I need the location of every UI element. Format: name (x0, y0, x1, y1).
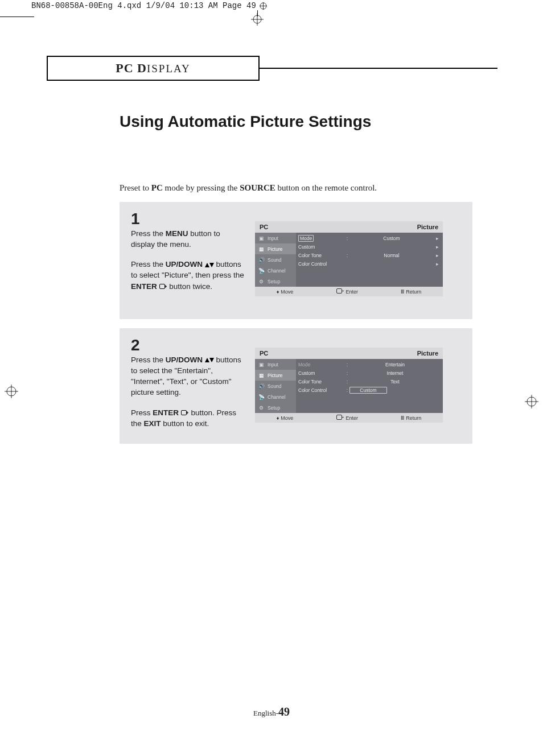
osd-row-label: Custom (298, 244, 345, 250)
return-icon: Ⅲ (401, 415, 404, 421)
sidebar-item-label: Channel (268, 268, 286, 274)
osd-menu-row: Color Tone:Normal▸ (298, 251, 441, 259)
updown-icon: ♦ (277, 289, 279, 295)
osd-sidebar-item: ▦Picture (255, 370, 296, 381)
osd-sidebar-item: 📡Channel (255, 265, 296, 276)
svg-rect-13 (336, 289, 342, 294)
osd-hint-enter: Enter (336, 288, 359, 295)
osd-row-separator: : (345, 387, 349, 393)
sidebar-item-label: Channel (268, 394, 286, 400)
osd-footer: ♦Move Enter ⅢReturn (255, 287, 443, 296)
right-arrow-icon: ▸ (434, 236, 441, 241)
osd-menu-row: Custom:Internet (298, 369, 441, 377)
osd-menu-row: Color Control:Custom (298, 386, 441, 394)
step-paragraph: Press the UP/DOWN buttons to select "Pic… (131, 259, 245, 291)
step-text-column: 2 Press the UP/DOWN buttons to select th… (131, 337, 245, 429)
section-caption-rule (260, 68, 497, 69)
sidebar-item-label: Sound (268, 383, 282, 389)
osd-row-label: Color Tone (298, 379, 345, 385)
sidebar-category-icon: ▦ (257, 372, 265, 378)
osd-sidebar: ▣Input▦Picture🔊Sound📡Channel⚙Setup (255, 359, 296, 413)
step-screenshot-column: PC Picture ▣Input▦Picture🔊Sound📡Channel⚙… (255, 211, 462, 296)
sidebar-item-label: Picture (268, 246, 282, 252)
osd-hint-move: ♦Move (277, 415, 294, 421)
osd-row-value: Text (349, 379, 441, 385)
osd-hint-return: ⅢReturn (401, 415, 421, 421)
step-number: 1 (131, 211, 245, 227)
osd-sidebar-item: 🔊Sound (255, 254, 296, 265)
page-number: English-49 (46, 705, 497, 718)
osd-titlebar: PC Picture (255, 348, 443, 359)
print-job-text: BN68-00858A-00Eng 4.qxd 1/9/04 10:13 AM … (31, 1, 256, 10)
sidebar-item-label: Setup (268, 405, 280, 411)
sidebar-category-icon: 📡 (257, 394, 265, 400)
osd-row-separator: : (345, 379, 349, 385)
step-block: 2 Press the UP/DOWN buttons to select th… (120, 328, 472, 444)
updown-icon: ♦ (277, 415, 279, 421)
registration-target-icon (251, 13, 264, 28)
sidebar-category-icon: ▣ (257, 361, 265, 367)
svg-rect-12 (159, 284, 164, 288)
osd-screenshot: PC Picture ▣Input▦Picture🔊Sound📡Channel⚙… (255, 348, 443, 423)
sidebar-item-label: Picture (268, 373, 282, 378)
osd-row-label: Mode (298, 235, 314, 242)
osd-sidebar-item: 📡Channel (255, 391, 296, 402)
sidebar-category-icon: ▦ (257, 246, 265, 252)
registration-target-icon (5, 385, 18, 398)
enter-icon (336, 288, 344, 295)
osd-row-label: Color Control (298, 261, 345, 267)
step-text-column: 1 Press the MENU button to display the m… (131, 211, 245, 296)
osd-hint-return: ⅢReturn (401, 288, 421, 295)
osd-row-label: Color Control (298, 387, 345, 393)
osd-sidebar-item: ⚙Setup (255, 276, 296, 287)
osd-body: ▣Input▦Picture🔊Sound📡Channel⚙Setup Mode:… (255, 233, 443, 287)
osd-screenshot: PC Picture ▣Input▦Picture🔊Sound📡Channel⚙… (255, 221, 443, 296)
enter-icon (181, 410, 189, 416)
section-caption-text: PC DISPLAY (116, 61, 190, 76)
registration-target-icon (525, 385, 538, 408)
page-title: Using Automatic Picture Settings (120, 113, 497, 131)
osd-hint-move: ♦Move (277, 288, 294, 295)
osd-menu-title: Picture (417, 224, 438, 230)
right-arrow-icon: ▸ (434, 261, 441, 267)
osd-sidebar-item: 🔊Sound (255, 381, 296, 391)
svg-rect-14 (181, 410, 186, 415)
sidebar-category-icon: 🔊 (257, 257, 265, 263)
osd-panel: Mode:EntertainCustom:InternetColor Tone:… (296, 359, 443, 413)
osd-row-separator: : (345, 236, 349, 241)
osd-row-label: Color Tone (298, 253, 345, 258)
crop-marks-top (0, 10, 543, 23)
crop-line-icon (0, 16, 34, 17)
sidebar-item-label: Input (268, 362, 278, 367)
step-block: 1 Press the MENU button to display the m… (120, 202, 472, 319)
osd-row-separator: : (345, 370, 349, 376)
osd-menu-row: Color Control▸ (298, 259, 441, 268)
osd-menu-row: Custom▸ (298, 242, 441, 251)
osd-row-value: Normal (349, 253, 434, 258)
osd-row-value: Custom (349, 387, 387, 394)
sidebar-item-label: Input (268, 236, 278, 241)
osd-sidebar-item: ▣Input (255, 233, 296, 243)
section-caption-box: PC DISPLAY (47, 56, 260, 81)
sidebar-category-icon: ▣ (257, 235, 265, 241)
step-paragraph: Press the MENU button to display the men… (131, 228, 245, 250)
osd-sidebar-item: ⚙Setup (255, 402, 296, 413)
osd-source-label: PC (260, 350, 268, 357)
sidebar-category-icon: ⚙ (257, 278, 265, 284)
enter-icon (336, 415, 344, 421)
osd-menu-row: Color Tone:Text (298, 377, 441, 386)
osd-menu-title: Picture (417, 350, 438, 357)
osd-panel: Mode:Custom▸Custom▸Color Tone:Normal▸Col… (296, 233, 443, 287)
enter-icon (159, 284, 167, 290)
section-caption: PC DISPLAY (47, 56, 497, 81)
up-triangle-icon (205, 263, 209, 267)
osd-titlebar: PC Picture (255, 221, 443, 233)
osd-menu-row: Mode:Custom▸ (298, 234, 441, 242)
return-icon: Ⅲ (401, 289, 404, 295)
osd-row-value: Custom (349, 236, 434, 241)
osd-sidebar-item: ▦Picture (255, 243, 296, 254)
step-number: 2 (131, 337, 245, 353)
sidebar-item-label: Sound (268, 257, 282, 263)
intro-text: Preset to PC mode by pressing the SOURCE… (120, 183, 497, 193)
osd-menu-row: Mode:Entertain (298, 360, 441, 369)
